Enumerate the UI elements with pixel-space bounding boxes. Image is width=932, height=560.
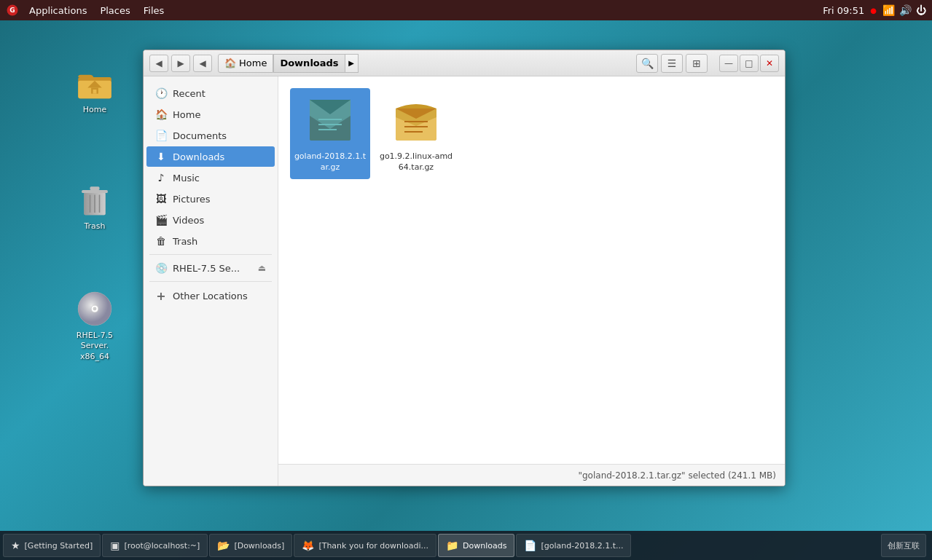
grid-view-button[interactable]: ⊞ <box>686 54 708 73</box>
documents-icon: 📄 <box>155 130 167 141</box>
sidebar-label-recent: Recent <box>173 88 205 99</box>
sidebar-label-pictures: Pictures <box>173 194 210 205</box>
terminal-icon: ▣ <box>110 540 120 551</box>
sidebar-item-videos[interactable]: 🎬 Videos <box>146 210 275 230</box>
downloads-active-icon: 📁 <box>446 540 458 551</box>
desktop-icon-rhel[interactable]: RHEL-7.5 Server. x86_64 <box>66 290 124 362</box>
trash-sidebar-icon: 🗑 <box>155 235 167 247</box>
rhel-icon-label: RHEL-7.5 Server. x86_64 <box>66 331 124 362</box>
clock: Fri 09:51 <box>823 5 864 16</box>
cd-icon <box>76 290 114 328</box>
taskbar-item-goland-file[interactable]: 📄 [goland-2018.2.1.t... <box>516 534 631 557</box>
gnome-logo-icon: G <box>6 4 19 17</box>
taskbar-item-downloads-folder[interactable]: 📂 [Downloads] <box>209 534 292 557</box>
sidebar-item-recent[interactable]: 🕐 Recent <box>146 83 275 103</box>
applications-menu[interactable]: Applications <box>23 4 93 17</box>
files-menu[interactable]: Files <box>138 4 171 17</box>
home-bc-label: Home <box>239 58 267 68</box>
downloads-bc-label: Downloads <box>280 58 338 68</box>
sidebar-item-trash[interactable]: 🗑 Trash <box>146 231 275 251</box>
trash-icon-label: Trash <box>84 221 105 232</box>
maximize-button[interactable]: □ <box>740 55 759 72</box>
taskbar-label-downloads-active: Downloads <box>463 541 506 551</box>
taskbar-right-label[interactable]: 创新互联 <box>881 534 926 557</box>
desktop-icon-trash[interactable]: Trash <box>66 181 124 232</box>
places-menu[interactable]: Places <box>94 4 136 17</box>
search-button[interactable]: 🔍 <box>636 54 658 73</box>
sidebar-label-documents: Documents <box>173 130 227 141</box>
eject-icon[interactable]: ⏏ <box>258 263 266 273</box>
goland-file-icon <box>304 94 356 146</box>
home-sidebar-icon: 🏠 <box>155 109 167 120</box>
trash-icon <box>76 181 114 218</box>
system-icons: 📶 🔊 ⏻ <box>882 4 926 16</box>
pictures-icon: 🖼 <box>155 193 167 205</box>
desktop-icon-home[interactable]: Home <box>66 64 124 115</box>
indicator-dot: ● <box>870 7 877 15</box>
svg-rect-9 <box>82 190 108 193</box>
list-view-button[interactable]: ☰ <box>661 54 683 73</box>
desktop: Home Trash <box>0 20 932 531</box>
network-icon: 📶 <box>882 4 895 16</box>
file-manager-window: ◀ ▶ ◀ 🏠 Home Downloads ▶ 🔍 ☰ ⊞ <box>143 50 786 486</box>
videos-icon: 🎬 <box>155 214 167 226</box>
downloads-icon: ⬇ <box>155 151 167 162</box>
sidebar-label-home: Home <box>173 109 200 120</box>
status-text: "goland-2018.2.1.tar.gz" selected (241.1… <box>578 470 776 481</box>
sidebar-item-other-locations[interactable]: + Other Locations <box>146 285 275 307</box>
sidebar-item-documents[interactable]: 📄 Documents <box>146 125 275 146</box>
svg-rect-10 <box>90 186 100 190</box>
sidebar-divider-2 <box>149 281 272 282</box>
svg-text:G: G <box>9 7 15 14</box>
file-item-goland[interactable]: goland-2018.2.1.tar.gz <box>290 88 370 179</box>
taskbar-item-getting-started[interactable]: ★ [Getting Started] <box>3 534 101 557</box>
taskbar-label-terminal: [root@localhost:~] <box>124 541 200 551</box>
breadcrumb-next-arrow[interactable]: ▶ <box>345 54 359 73</box>
home-folder-icon <box>76 64 114 102</box>
back-button[interactable]: ◀ <box>149 55 168 72</box>
sidebar-divider <box>149 254 272 255</box>
top-bar: G Applications Places Files Fri 09:51 ● … <box>0 0 932 20</box>
fm-titlebar: ◀ ▶ ◀ 🏠 Home Downloads ▶ 🔍 ☰ ⊞ <box>144 50 785 76</box>
home-bc-icon: 🏠 <box>224 58 236 68</box>
go-file-label: go1.9.2.linux-amd64.tar.gz <box>379 151 453 173</box>
sidebar-label-videos: Videos <box>173 215 204 226</box>
breadcrumb-prev-button[interactable]: ◀ <box>193 55 212 72</box>
breadcrumb: 🏠 Home Downloads ▶ <box>218 54 630 73</box>
taskbar-item-downloads-active[interactable]: 📁 Downloads <box>438 534 514 557</box>
firefox-icon: 🦊 <box>302 540 314 551</box>
top-bar-left: G Applications Places Files <box>6 4 170 17</box>
taskbar-label-getting-started: [Getting Started] <box>25 541 93 551</box>
downloads-folder-icon: 📂 <box>217 540 230 551</box>
close-button[interactable]: ✕ <box>760 55 779 72</box>
sidebar-label-downloads: Downloads <box>173 151 224 162</box>
svg-rect-6 <box>93 90 97 94</box>
fm-body: 🕐 Recent 🏠 Home 📄 Documents ⬇ Downloads … <box>144 76 785 486</box>
sidebar-label-music: Music <box>173 173 200 184</box>
sidebar-item-downloads[interactable]: ⬇ Downloads <box>146 146 275 167</box>
sidebar-item-music[interactable]: ♪ Music <box>146 167 275 188</box>
taskbar-item-terminal[interactable]: ▣ [root@localhost:~] <box>102 534 208 557</box>
sidebar-item-pictures[interactable]: 🖼 Pictures <box>146 189 275 209</box>
taskbar-item-firefox[interactable]: 🦊 [Thank you for downloadi... <box>294 534 436 557</box>
taskbar-label-goland-file: [goland-2018.2.1.t... <box>541 541 623 551</box>
forward-button[interactable]: ▶ <box>171 55 190 72</box>
sidebar-item-rhel[interactable]: 💿 RHEL-7.5 Se... ⏏ <box>146 258 275 278</box>
svg-point-17 <box>93 307 97 311</box>
go-file-icon <box>390 94 442 146</box>
top-bar-right: Fri 09:51 ● 📶 🔊 ⏻ <box>823 0 926 20</box>
taskbar-label-downloads-folder: [Downloads] <box>234 541 284 551</box>
window-controls: — □ ✕ <box>719 55 779 72</box>
file-item-go[interactable]: go1.9.2.linux-amd64.tar.gz <box>376 88 456 179</box>
taskbar-label-firefox: [Thank you for downloadi... <box>318 541 428 551</box>
fm-main: goland-2018.2.1.tar.gz <box>278 76 785 486</box>
breadcrumb-downloads[interactable]: Downloads <box>273 54 345 73</box>
breadcrumb-home[interactable]: 🏠 Home <box>218 54 273 73</box>
minimize-button[interactable]: — <box>719 55 738 72</box>
sidebar-item-home[interactable]: 🏠 Home <box>146 104 275 125</box>
fm-content-area: goland-2018.2.1.tar.gz <box>278 76 785 464</box>
sidebar-label-rhel: RHEL-7.5 Se... <box>173 263 240 274</box>
fm-toolbar-right: 🔍 ☰ ⊞ <box>636 54 708 73</box>
sidebar-label-trash: Trash <box>173 236 197 247</box>
taskbar-right: 创新互联 <box>881 534 926 557</box>
